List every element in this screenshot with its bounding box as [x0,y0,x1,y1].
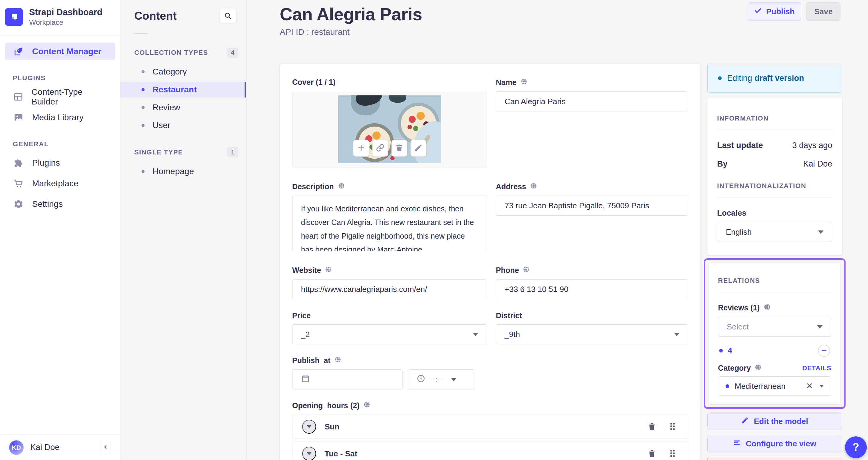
price-select-value: _2 [301,330,310,339]
bullet-icon [142,106,145,109]
pencil-icon [414,143,423,153]
sidebar-item-label: Media Library [32,113,84,122]
chevron-down-icon [307,425,312,428]
name-input[interactable] [496,92,688,111]
gear-icon [13,199,24,209]
globe-icon [520,78,528,87]
district-select[interactable]: _9th [496,324,688,344]
relation-dot-icon [725,384,729,388]
sidebar-item-marketplace[interactable]: Marketplace [5,175,115,192]
reviews-select[interactable]: Select [718,317,831,337]
drag-handle[interactable] [667,420,678,434]
globe-icon [324,266,332,275]
sidebar-item-content-manager[interactable]: Content Manager [5,43,115,60]
cover-dropzone[interactable] [292,91,487,167]
list-lines-icon [733,439,741,449]
sidebar-item-media-library[interactable]: Media Library [5,109,115,126]
sidebar-item-category[interactable]: Category [120,64,246,80]
website-field-label: Website [292,266,487,275]
clear-category-button[interactable] [804,380,815,392]
nav-section-general: GENERAL [13,140,115,148]
delete-component-button[interactable] [646,447,658,460]
cover-actions [353,140,426,157]
publish-time-input[interactable]: --:-- [408,369,474,389]
delete-media-button[interactable] [391,140,407,157]
edit-model-button[interactable]: Edit the model [707,413,842,430]
search-button[interactable] [219,9,237,23]
drag-handle[interactable] [667,447,678,460]
list-item-label: Review [152,103,180,112]
remove-relation-button[interactable] [818,344,830,357]
sidebar-item-review[interactable]: Review [120,100,246,116]
phone-input[interactable] [496,279,688,299]
address-input[interactable] [496,196,688,216]
header-actions: Publish Save [748,2,840,21]
expand-accordion-button[interactable] [302,420,316,434]
avatar[interactable]: KD [9,440,24,455]
plus-icon [357,143,365,153]
category-relation-value: Mediterranean [735,382,798,391]
price-field-label: Price [292,311,487,320]
collection-types-label: COLLECTION TYPES [134,49,208,57]
list-item-label: Homepage [152,167,194,176]
single-type-count-badge: 1 [227,147,238,158]
sidebar-item-label: Content Manager [32,46,101,56]
configure-view-label: Configure the view [746,439,816,449]
save-button[interactable]: Save [806,2,840,21]
cover-photo [338,95,441,163]
category-header-row: Category DETAILS [718,363,831,373]
sidebar-item-user[interactable]: User [120,118,246,133]
add-media-button[interactable] [353,140,369,157]
globe-icon [363,401,371,410]
price-select[interactable]: _2 [292,324,487,344]
review-relation-id[interactable]: 4 [728,346,732,356]
sidebar-item-content-type-builder[interactable]: Content-Type Builder [5,88,115,106]
by-row: By Kai Doe [717,159,832,169]
draft-emphasis: draft version [755,74,804,83]
publish-button[interactable]: Publish [748,2,801,21]
district-field-label: District [496,311,688,320]
sidebar-item-homepage[interactable]: Homepage [120,164,246,179]
delete-entry-button[interactable] [707,457,842,460]
cover-field-label: Cover (1 / 1) [292,78,487,87]
content-sidebar: Content COLLECTION TYPES 4 Category Rest… [120,0,246,460]
edit-media-button[interactable] [410,140,426,157]
delete-component-button[interactable] [646,420,658,434]
collection-types-section: COLLECTION TYPES 4 Category Restaurant R… [120,47,246,133]
configure-view-button[interactable]: Configure the view [707,435,842,453]
website-input[interactable] [292,279,487,299]
details-link[interactable]: DETAILS [802,364,831,372]
feather-icon [13,46,24,57]
sidebar-item-restaurant[interactable]: Restaurant [120,82,246,98]
description-field-label: Description [292,182,487,191]
chevron-down-icon [451,378,457,381]
locale-select[interactable]: English [717,222,832,242]
list-item-label: User [152,121,170,130]
help-button[interactable]: ? [845,436,867,458]
main-sidebar: Strapi Dashboard Workplace Content Manag… [0,0,120,460]
single-type-label: SINGLE TYPE [134,149,183,156]
name-field-label: Name [496,78,688,87]
brand[interactable]: Strapi Dashboard Workplace [0,0,120,35]
pencil-icon [741,417,749,426]
content-panel-title: Content [134,10,177,23]
close-icon [806,382,813,391]
accordion-title: Tue - Sat [324,449,357,459]
minus-icon [822,350,827,351]
trash-icon [647,449,656,459]
sidebar-item-plugins[interactable]: Plugins [5,154,115,172]
chevron-down-icon [674,333,680,336]
expand-accordion-button[interactable] [302,447,316,460]
internationalization-heading: INTERNATIONALIZATION [717,182,832,190]
publish-date-input[interactable] [292,369,403,389]
user-name: Kai Doe [30,443,93,452]
globe-icon [764,303,771,313]
nav-body: Content Manager PLUGINS Content-Type Bui… [0,35,120,434]
copy-link-button[interactable] [372,140,388,157]
entry-side-panel: Editingdraft version INFORMATION Last up… [707,64,842,460]
description-textarea[interactable]: If you like Mediterranean and exotic dis… [292,196,487,251]
drag-dots-icon [669,422,677,432]
sidebar-item-settings[interactable]: Settings [5,195,115,213]
category-relation-box[interactable]: Mediterranean [718,376,831,396]
collapse-sidebar-button[interactable] [100,441,111,454]
